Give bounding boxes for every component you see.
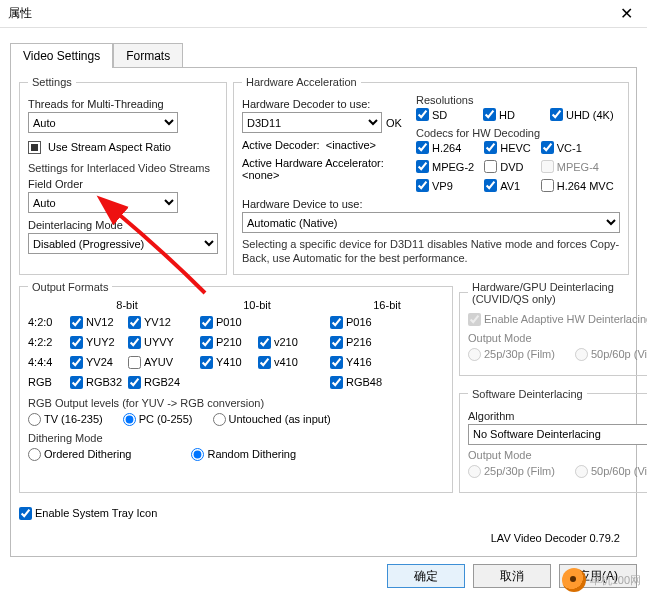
adaptive-hw-checkbox: Enable Adaptive HW Deinterlacing (468, 313, 647, 326)
watermark-icon (562, 568, 586, 592)
of-y416[interactable]: Y416 (330, 356, 380, 369)
window-title: 属性 (8, 5, 614, 22)
res-hd-checkbox[interactable]: HD (483, 108, 540, 121)
row-rgb: RGB (28, 376, 68, 388)
gpu-video-radio: 50p/60p (Video) (575, 348, 647, 361)
codec-vp9[interactable]: VP9 (416, 179, 474, 192)
settings-legend: Settings (28, 76, 76, 88)
active-accel-label: Active Hardware Accelerator: (242, 157, 410, 169)
of-rgb48[interactable]: RGB48 (330, 376, 380, 389)
tray-icon-checkbox[interactable]: Enable System Tray Icon (19, 507, 157, 520)
version-label: LAV Video Decoder 0.79.2 (491, 532, 620, 544)
dither-ordered-radio[interactable]: Ordered Dithering (28, 448, 131, 461)
of-yuy2[interactable]: YUY2 (70, 336, 120, 349)
rgb-levels-label: RGB Output levels (for YUV -> RGB conver… (28, 397, 444, 409)
of-uyvy[interactable]: UYVY (128, 336, 178, 349)
sw-video-radio: 50p/60p (Video) (575, 465, 647, 478)
active-decoder-value: <inactive> (326, 139, 376, 151)
active-decoder-label: Active Decoder: (242, 139, 320, 151)
hw-device-select[interactable]: Automatic (Native) (242, 212, 620, 233)
rgb-untouched-radio[interactable]: Untouched (as input) (213, 413, 331, 426)
codec-h264mvc[interactable]: H.264 MVC (541, 179, 614, 192)
sw-algo-label: Algorithm (468, 410, 647, 422)
rgb-pc-radio[interactable]: PC (0-255) (123, 413, 193, 426)
watermark: 单机100网 (562, 568, 641, 592)
output-formats-legend: Output Formats (28, 281, 112, 293)
hw-decoder-label: Hardware Decoder to use: (242, 98, 410, 110)
deint-mode-label: Deinterlacing Mode (28, 219, 218, 231)
hw-decoder-ok: OK (386, 117, 402, 129)
hw-device-note: Selecting a specific device for D3D11 di… (242, 237, 620, 266)
hdr-8bit: 8-bit (70, 299, 184, 311)
threads-label: Threads for Multi-Threading (28, 98, 218, 110)
of-yv24[interactable]: YV24 (70, 356, 120, 369)
of-p216[interactable]: P216 (330, 336, 380, 349)
deint-mode-select[interactable]: Disabled (Progressive) (28, 233, 218, 254)
row-420: 4:2:0 (28, 316, 68, 328)
hw-decoder-select[interactable]: D3D11 (242, 112, 382, 133)
hw-device-label: Hardware Device to use: (242, 198, 620, 210)
of-p210[interactable]: P210 (200, 336, 250, 349)
interlaced-section-label: Settings for Interlaced Video Streams (28, 162, 218, 174)
of-y410[interactable]: Y410 (200, 356, 250, 369)
close-icon[interactable]: ✕ (614, 4, 639, 23)
rgb-tv-radio[interactable]: TV (16-235) (28, 413, 103, 426)
of-rgb24[interactable]: RGB24 (128, 376, 178, 389)
codec-hevc[interactable]: HEVC (484, 141, 531, 154)
codec-h264[interactable]: H.264 (416, 141, 474, 154)
of-ayuv[interactable]: AYUV (128, 356, 178, 369)
stream-ar-checkbox[interactable] (28, 141, 41, 154)
sw-algo-select[interactable]: No Software Deinterlacing (468, 424, 647, 445)
gpu-film-radio: 25p/30p (Film) (468, 348, 555, 361)
codec-mpeg4: MPEG-4 (541, 160, 614, 173)
stream-ar-label: Use Stream Aspect Ratio (48, 141, 171, 153)
sw-film-radio: 25p/30p (Film) (468, 465, 555, 478)
of-v210[interactable]: v210 (258, 336, 308, 349)
of-yv12[interactable]: YV12 (128, 316, 178, 329)
threads-select[interactable]: Auto (28, 112, 178, 133)
hdr-16bit: 16-bit (330, 299, 444, 311)
of-rgb32[interactable]: RGB32 (70, 376, 120, 389)
res-uhd-checkbox[interactable]: UHD (4K) (550, 108, 614, 121)
of-p016[interactable]: P016 (330, 316, 380, 329)
codec-dvd[interactable]: DVD (484, 160, 531, 173)
hdr-10bit: 10-bit (200, 299, 314, 311)
codec-mpeg2[interactable]: MPEG-2 (416, 160, 474, 173)
field-order-label: Field Order (28, 178, 218, 190)
codec-vc1[interactable]: VC-1 (541, 141, 614, 154)
dither-label: Dithering Mode (28, 432, 444, 444)
ok-button[interactable]: 确定 (387, 564, 465, 588)
codecs-label: Codecs for HW Decoding (416, 127, 620, 139)
of-nv12[interactable]: NV12 (70, 316, 120, 329)
gpu-output-mode-label: Output Mode (468, 332, 647, 344)
cancel-button[interactable]: 取消 (473, 564, 551, 588)
row-444: 4:4:4 (28, 356, 68, 368)
codec-av1[interactable]: AV1 (484, 179, 531, 192)
dither-random-radio[interactable]: Random Dithering (191, 448, 296, 461)
sw-deint-legend: Software Deinterlacing (468, 388, 587, 400)
res-sd-checkbox[interactable]: SD (416, 108, 473, 121)
field-order-select[interactable]: Auto (28, 192, 178, 213)
resolutions-label: Resolutions (416, 94, 620, 106)
hw-legend: Hardware Acceleration (242, 76, 361, 88)
active-accel-value: <none> (242, 169, 410, 181)
gpu-deint-legend: Hardware/GPU Deinterlacing (CUVID/QS onl… (468, 281, 647, 305)
sw-output-mode-label: Output Mode (468, 449, 647, 461)
tab-formats[interactable]: Formats (113, 43, 183, 68)
of-v410[interactable]: v410 (258, 356, 308, 369)
tab-video-settings[interactable]: Video Settings (10, 43, 113, 68)
row-422: 4:2:2 (28, 336, 68, 348)
of-p010[interactable]: P010 (200, 316, 250, 329)
